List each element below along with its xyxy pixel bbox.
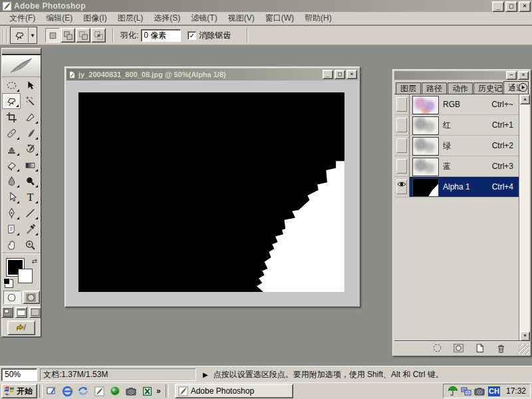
zoom-level-field[interactable]: 50%	[1, 368, 37, 381]
quick-launch-icon[interactable]	[108, 384, 122, 398]
tray-icon[interactable]	[448, 386, 458, 396]
photoshop-feather-logo[interactable]	[2, 55, 41, 77]
tool-preset-picker[interactable]: ▼	[10, 27, 37, 44]
visibility-cell[interactable]	[394, 115, 410, 135]
tool-button[interactable]	[2, 125, 21, 141]
swap-colors-icon[interactable]: ⇄	[32, 257, 37, 265]
tray-icon[interactable]	[474, 386, 485, 396]
toolbox-drag-handle[interactable]	[2, 49, 41, 55]
tool-button[interactable]	[2, 221, 21, 237]
channel-row[interactable]: RGB Ctrl+~	[394, 94, 519, 115]
tool-button[interactable]	[2, 109, 21, 125]
menu-item[interactable]: 选择(S)	[148, 11, 186, 25]
antialias-checkbox[interactable]: ✓	[188, 31, 196, 40]
visibility-cell[interactable]	[394, 94, 410, 114]
doc-maximize-button[interactable]: □	[334, 70, 345, 79]
app-restore-button[interactable]: □	[505, 1, 517, 12]
palette-menu-button[interactable]	[518, 82, 528, 92]
status-arrow-icon[interactable]: ▶	[203, 371, 208, 378]
fullscreen-button[interactable]	[29, 307, 41, 318]
quick-launch-icon[interactable]	[61, 384, 74, 398]
standard-mode-button[interactable]	[3, 291, 21, 304]
menu-item[interactable]: 图像(I)	[78, 11, 112, 25]
selection-mode-button[interactable]	[91, 28, 106, 43]
tool-button[interactable]	[2, 173, 21, 189]
eye-toggle[interactable]	[396, 159, 407, 174]
menu-item[interactable]: 窗口(W)	[260, 11, 299, 25]
menu-item[interactable]: 编辑(E)	[41, 11, 78, 25]
quick-launch-icon[interactable]	[92, 384, 106, 398]
scroll-up-icon[interactable]: ▲	[520, 94, 530, 104]
quick-launch-icon[interactable]	[124, 384, 138, 398]
tool-button[interactable]	[21, 77, 39, 93]
menu-item[interactable]: 文件(F)	[4, 11, 41, 25]
options-grip[interactable]	[3, 28, 8, 43]
tool-button[interactable]	[21, 109, 39, 125]
palette-resize-grip[interactable]	[519, 344, 529, 354]
palette-tab[interactable]: 历史记	[473, 82, 503, 94]
selection-mode-button[interactable]	[45, 28, 60, 43]
doc-minimize-button[interactable]: _	[323, 70, 333, 79]
channel-row[interactable]: 蓝 Ctrl+3	[394, 156, 519, 177]
eye-toggle[interactable]	[396, 180, 407, 194]
tool-button[interactable]	[21, 173, 39, 189]
image-canvas[interactable]	[78, 92, 344, 292]
tray-icon[interactable]	[461, 386, 471, 396]
jump-to-imageready-button[interactable]	[7, 321, 35, 335]
palette-scrollbar[interactable]: ▲ ▼	[519, 94, 529, 341]
default-colors-icon[interactable]	[5, 279, 13, 288]
palette-close-button[interactable]: ×	[518, 71, 529, 80]
visibility-cell[interactable]	[394, 177, 410, 197]
tool-button[interactable]	[2, 141, 21, 157]
ime-indicator[interactable]: CH	[488, 386, 500, 396]
palette-action-button[interactable]	[431, 342, 443, 353]
tool-button[interactable]	[2, 189, 21, 205]
standard-screen-button[interactable]	[1, 307, 13, 318]
eye-toggle[interactable]	[396, 138, 407, 153]
start-button[interactable]: 开始	[1, 384, 37, 398]
tool-button[interactable]: T	[21, 189, 39, 205]
selection-mode-button[interactable]	[61, 28, 75, 43]
quick-launch-icon[interactable]	[76, 384, 90, 398]
tool-button[interactable]	[2, 77, 21, 93]
tool-button[interactable]	[21, 205, 39, 221]
menu-item[interactable]: 图层(L)	[112, 11, 149, 25]
tool-button[interactable]	[2, 93, 21, 109]
palette-titlebar[interactable]: – ×	[394, 71, 529, 80]
background-color-swatch[interactable]	[18, 269, 33, 283]
fullscreen-menubar-button[interactable]	[15, 307, 27, 318]
palette-action-button[interactable]	[452, 342, 464, 353]
visibility-cell[interactable]	[394, 136, 410, 156]
palette-tab[interactable]: 图层	[396, 82, 421, 94]
eye-toggle[interactable]	[396, 118, 407, 132]
menu-item[interactable]: 滤镜(T)	[186, 11, 222, 25]
doc-close-button[interactable]: ×	[346, 70, 357, 79]
channel-row[interactable]: Alpha 1 Ctrl+4	[394, 177, 519, 198]
menu-item[interactable]: 视图(V)	[223, 11, 260, 25]
tool-button[interactable]	[21, 237, 39, 253]
channel-row[interactable]: 绿 Ctrl+2	[394, 136, 519, 156]
channel-row[interactable]: 红 Ctrl+1	[394, 115, 519, 136]
palette-action-button[interactable]	[495, 342, 507, 353]
chevron-down-icon[interactable]: ▼	[29, 33, 37, 39]
quick-launch-overflow[interactable]: »	[156, 386, 161, 396]
tool-button[interactable]	[21, 157, 39, 173]
quick-launch-icon[interactable]	[45, 384, 58, 398]
palette-tab[interactable]: 路径	[422, 82, 447, 94]
app-close-button[interactable]: ×	[519, 1, 531, 12]
palette-tab[interactable]: 动作	[448, 82, 473, 94]
document-titlebar[interactable]: jy_20040831_800_08.jpg @ 50%(Alpha 1/8) …	[66, 68, 358, 80]
tool-button[interactable]	[21, 93, 39, 109]
quickmask-mode-button[interactable]	[23, 291, 40, 304]
palette-minimize-button[interactable]: –	[506, 71, 517, 80]
selection-mode-button[interactable]	[76, 28, 90, 43]
tool-button[interactable]	[2, 237, 21, 253]
taskbar-app-button[interactable]: Adobe Photoshop	[175, 384, 293, 398]
feather-input[interactable]	[141, 29, 181, 42]
scroll-down-icon[interactable]: ▼	[520, 331, 530, 341]
tool-button[interactable]	[21, 141, 39, 157]
menu-item[interactable]: 帮助(H)	[299, 11, 337, 25]
tool-button[interactable]	[2, 157, 21, 173]
tool-button[interactable]	[21, 125, 39, 141]
palette-action-button[interactable]	[473, 342, 485, 353]
